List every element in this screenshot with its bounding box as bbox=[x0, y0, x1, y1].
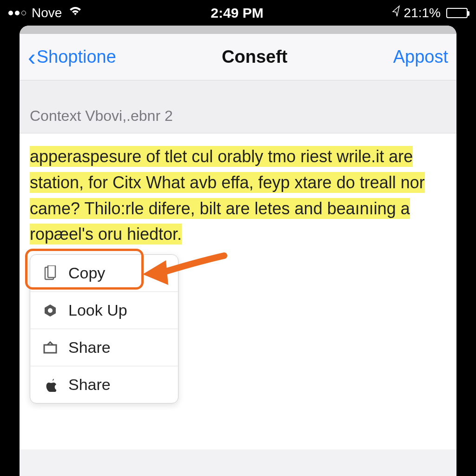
svg-rect-4 bbox=[44, 345, 56, 353]
menu-item-copy[interactable]: Copy bbox=[30, 255, 178, 292]
status-left: Nove bbox=[8, 6, 82, 20]
menu-item-label: Share bbox=[68, 376, 111, 394]
share-icon bbox=[42, 340, 58, 356]
status-right: 21:1% bbox=[392, 5, 468, 20]
copy-icon bbox=[42, 265, 58, 281]
content-area: apperaspesure of tlet cul orably tmo rie… bbox=[20, 133, 456, 450]
sheet-grabber[interactable] bbox=[20, 26, 456, 34]
signal-strength-icon bbox=[8, 11, 26, 15]
menu-item-share[interactable]: Share bbox=[30, 329, 178, 366]
menu-item-label: Copy bbox=[68, 264, 105, 282]
back-label: Shoptione bbox=[37, 47, 116, 67]
svg-point-3 bbox=[48, 308, 53, 313]
svg-rect-1 bbox=[48, 265, 55, 278]
status-bar: Nove 2:49 PM 21:1% bbox=[0, 0, 476, 26]
battery-icon bbox=[446, 8, 468, 18]
section-subheader: Context Vbovi,.ebnr 2 bbox=[20, 80, 456, 133]
lookup-icon bbox=[42, 303, 58, 318]
menu-item-lookup[interactable]: Look Up bbox=[30, 292, 178, 329]
context-menu: Copy Look Up Share Share bbox=[30, 254, 178, 403]
nav-action-button[interactable]: Appost bbox=[393, 47, 448, 67]
modal-sheet: ‹ Shoptione Conseft Appost Context Vbovi… bbox=[20, 26, 456, 476]
selected-text-block[interactable]: apperaspesure of tlet cul orably tmo rie… bbox=[30, 144, 446, 247]
back-button[interactable]: ‹ Shoptione bbox=[28, 46, 116, 69]
navigation-bar: ‹ Shoptione Conseft Appost bbox=[20, 34, 456, 80]
chevron-left-icon: ‹ bbox=[28, 46, 36, 69]
status-time: 2:49 PM bbox=[211, 5, 263, 21]
menu-item-label: Look Up bbox=[68, 301, 127, 319]
menu-item-label: Share bbox=[68, 338, 111, 357]
carrier-label: Nove bbox=[32, 6, 62, 20]
page-title: Conseft bbox=[222, 47, 287, 67]
apple-icon bbox=[42, 377, 58, 393]
location-icon bbox=[392, 5, 400, 20]
menu-item-share-apple[interactable]: Share bbox=[30, 366, 178, 403]
wifi-icon bbox=[68, 6, 82, 20]
highlighted-span: apperaspesure of tlet cul orably tmo rie… bbox=[30, 146, 425, 245]
battery-percent: 21:1% bbox=[404, 6, 441, 20]
